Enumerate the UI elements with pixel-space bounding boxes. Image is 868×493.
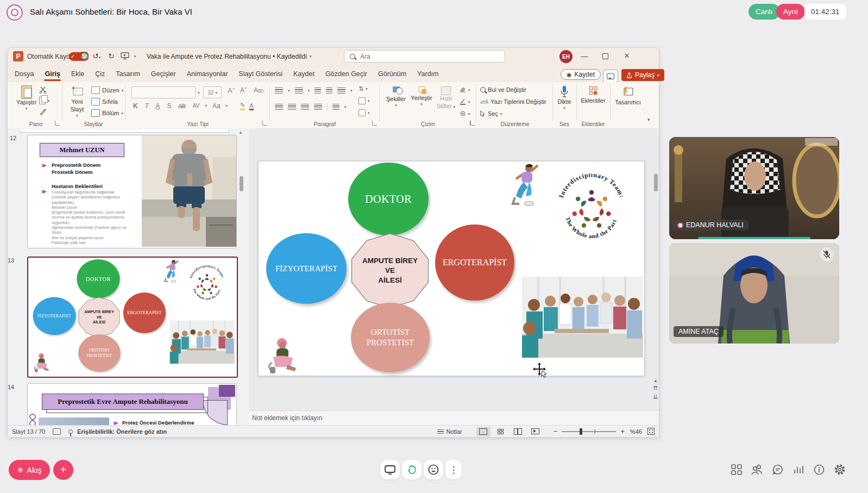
reactions-button[interactable] [424,460,443,479]
slide-sorter-view-button[interactable] [494,427,508,436]
previous-slide-icon[interactable]: ⇈ [653,385,658,392]
shrink-font-button[interactable]: A˅ [238,86,248,94]
title-dropdown-icon[interactable]: ▾ [310,54,312,58]
bullets-icon[interactable] [275,88,283,93]
redo-button[interactable]: ↻ [108,52,115,60]
convert-smartart-button[interactable]: ▾ [358,109,370,116]
underline-button[interactable]: A [154,102,161,110]
restore-button[interactable] [597,50,613,62]
character-spacing-button[interactable]: AV [191,103,202,109]
thumbnail-scrollbar[interactable] [240,176,243,191]
tab-ekle[interactable]: Ekle [66,67,89,80]
zoom-in-button[interactable]: + [620,427,625,435]
minimize-button[interactable]: — [577,50,592,62]
justify-icon[interactable] [314,104,322,110]
shape-outline-button[interactable]: ▾ [460,98,470,105]
scroll-up-icon[interactable]: ▲ [653,378,658,383]
grow-font-button[interactable]: A˄ [226,86,236,95]
layout-grid-button[interactable] [729,463,744,477]
slide-13-thumbnail[interactable]: DOKTOR FİZYOTERAPİST AMPUTE BİREY VE AİL… [27,257,238,378]
columns-icon[interactable] [332,104,339,110]
comments-button[interactable] [603,70,618,83]
shapes-button[interactable]: Şekiller▾ [383,86,408,107]
tab-animasyonlar[interactable]: Animasyonlar [182,67,233,80]
section-button[interactable]: Bölüm▾ [91,109,123,117]
orthotist-prosthetist-shape[interactable]: ORTOTİST PROSTETİST [351,303,430,372]
tab-yardim[interactable]: Yardım [412,67,443,80]
fit-to-window-icon[interactable] [647,428,655,435]
tab-gozden-gecir[interactable]: Gözden Geçir [320,67,372,80]
slide-11-thumbnail-partial[interactable] [20,129,229,133]
pop-out-icon[interactable]: ↗ [651,71,656,78]
zoom-slider-thumb[interactable] [580,428,582,435]
screen-share-button[interactable] [380,460,400,479]
dialog-launcher-icon[interactable] [470,121,475,126]
quick-styles-button[interactable]: HızlıStiller ▾ [435,86,457,110]
slideshow-view-button[interactable] [529,427,543,436]
replace-fonts-button[interactable]: ⇄AYazı Tiplerini Değiştir [480,98,546,105]
align-center-icon[interactable] [288,104,296,110]
normal-view-button[interactable] [476,427,490,436]
select-button[interactable]: Seç▾ [480,110,502,117]
reset-button[interactable]: Sıfırla [91,98,118,105]
copy-button[interactable]: ▾ [39,97,50,104]
search-input[interactable] [359,52,486,61]
cut-button[interactable] [39,86,47,93]
numbering-icon[interactable] [295,88,303,93]
new-slide-button[interactable]: Yeni Slayt▾ [66,85,88,117]
more-options-button[interactable]: ⋮ [445,460,462,479]
ergotherapist-shape[interactable]: ERGOTERAPİST [435,224,514,301]
decrease-indent-icon[interactable] [315,88,321,93]
change-case-button[interactable]: Aa [211,102,222,110]
account-avatar[interactable]: EH [559,50,573,63]
align-text-button[interactable]: ▾ [358,97,370,104]
add-button[interactable]: + [53,460,73,480]
clear-formatting-button[interactable]: A⌦ [252,86,266,94]
next-slide-icon[interactable]: ⇊ [653,394,658,401]
document-title[interactable]: Vaka ile Ampute ve Protez Rehabilitasyon… [147,53,307,60]
line-spacing-icon[interactable] [337,88,345,93]
save-icon[interactable] [80,51,89,63]
thumbnail-scroll-up-icon[interactable]: ▲ [238,130,243,135]
bold-button[interactable]: K [131,102,140,110]
collapse-ribbon-icon[interactable]: ▾ [647,117,650,122]
info-button[interactable] [812,463,826,477]
tab-tasarim[interactable]: Tasarım [111,67,144,80]
format-painter-button[interactable] [39,108,47,115]
doctor-shape[interactable]: DOKTOR [348,163,429,235]
dialog-launcher-icon[interactable] [262,121,267,126]
search-bar[interactable] [344,50,505,63]
tab-ciz[interactable]: Çiz [90,67,110,80]
close-button[interactable]: × [619,50,634,62]
slide-14-thumbnail[interactable]: Preprostetik Evre Ampute Rehabilitasyonu… [27,383,237,425]
tab-kaydet[interactable]: Kaydet [288,67,319,80]
slide-12-thumbnail[interactable]: Mehmet UZUN ▶▶ Preprostetik Dönem Proste… [27,135,237,248]
font-color-button[interactable]: A [249,102,253,110]
font-size-select[interactable]: 32▾ [203,86,222,98]
zoom-slider[interactable] [562,431,616,432]
tab-gecisler[interactable]: Geçişler [146,67,181,80]
text-direction-button[interactable]: ⇅▾ [358,85,368,92]
slide-13-canvas[interactable]: DOKTOR FİZYOTERAPİST AMPUTE BİREY VE AİL… [258,161,645,376]
reading-view-button[interactable] [511,427,525,436]
record-button[interactable]: ◉Kaydet [561,69,601,80]
find-replace-button[interactable]: Bul ve Değiştir [480,86,526,93]
shape-effects-button[interactable]: ▾ [460,110,470,117]
zoom-level[interactable]: %46 [630,428,642,435]
share-button[interactable]: Paylaş▾ [621,69,664,81]
paste-button[interactable]: Yapıştır▾ [16,85,36,110]
dictate-button[interactable]: Dikte▾ [555,85,574,110]
shape-fill-button[interactable]: ▾ [460,86,470,93]
accessibility-status[interactable]: Erişilebilirlik: Önerilere göz atın [77,428,167,435]
increase-indent-icon[interactable] [326,88,332,93]
layout-button[interactable]: Düzen▾ [91,86,123,94]
designer-button[interactable]: Tasarımcı [613,86,643,107]
strikethrough-button[interactable]: ab [177,102,187,110]
zoom-out-button[interactable]: − [553,427,558,435]
tab-slayt-gosterisi[interactable]: Slayt Gösterisi [234,67,287,80]
notes-pane[interactable]: Not eklemek için tıklayın [249,410,659,425]
italic-button[interactable]: T [143,102,150,110]
tab-gorunum[interactable]: Görünüm [373,67,411,80]
toolbar-overflow-icon[interactable]: ▾ [134,54,136,58]
ampute-individual-shape[interactable]: AMPUTE BİREY VE AİLESİ [349,233,431,308]
